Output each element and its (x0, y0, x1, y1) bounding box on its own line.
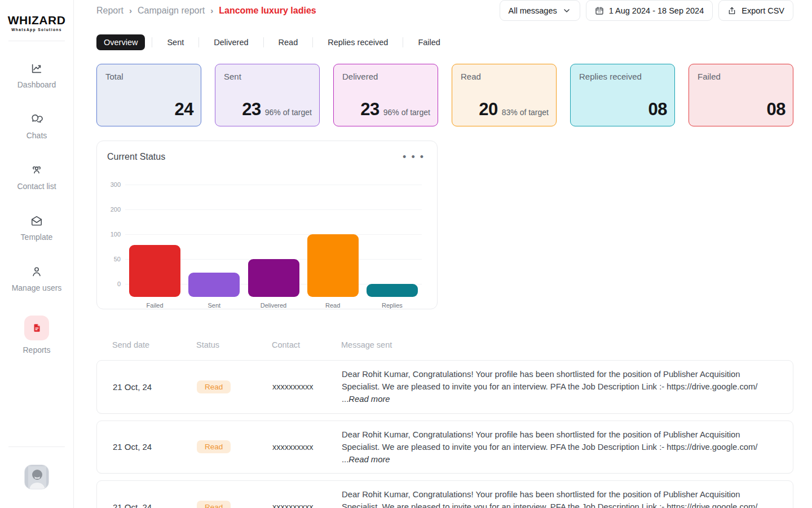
stat-card-read: Read 20 83% of target (452, 64, 557, 126)
breadcrumb-report[interactable]: Report (96, 6, 123, 16)
read-more-link[interactable]: Read more (348, 395, 390, 404)
stat-card-value: 20 (479, 99, 497, 120)
stat-cards: Total 24 Sent 23 96% of target Delivered… (96, 64, 793, 126)
chart-header: Current Status • • • (97, 141, 437, 162)
tab-failed[interactable]: Failed (410, 34, 448, 50)
topbar-controls: All messages 1 Aug 2024 - 18 Sep 2024 Ex… (500, 0, 794, 21)
tab-separator (312, 37, 313, 47)
sidebar-item-chats[interactable]: Chats (27, 112, 47, 140)
stat-card-failed: Failed 08 (689, 64, 793, 126)
stat-card-label: Failed (698, 72, 785, 81)
breadcrumb-campaign-report[interactable]: Campaign report (138, 6, 205, 16)
report-doc-icon (30, 321, 43, 335)
main-content: Report › Campaign report › Lancome luxur… (74, 0, 812, 508)
table-row[interactable]: 21 Oct, 24 Read xxxxxxxxxx Dear Rohit Ku… (96, 480, 793, 508)
status-badge: Read (197, 501, 231, 508)
read-more-link[interactable]: Read more (348, 455, 390, 464)
sidebar: WHIZARD WhatsApp Solutions Dashboard Cha… (0, 0, 74, 508)
more-options-icon[interactable]: • • • (401, 152, 426, 162)
stat-card-subtext: 83% of target (502, 108, 549, 117)
sidebar-item-template[interactable]: Template (21, 214, 53, 242)
message-filter-dropdown[interactable]: All messages (500, 0, 580, 21)
current-status-chart-card: Current Status • • • 300200100500 Failed… (96, 141, 438, 309)
date-range-picker[interactable]: 1 Aug 2024 - 18 Sep 2024 (586, 0, 713, 21)
chart-plot-area: 300200100500 FailedSentDeliveredReadRepl… (125, 174, 422, 309)
export-share-icon (727, 6, 736, 15)
tab-sent[interactable]: Sent (159, 34, 192, 50)
table-rows: 21 Oct, 24 Read xxxxxxxxxx Dear Rohit Ku… (96, 360, 793, 508)
stat-card-value: 23 (360, 99, 379, 120)
table-header-row: Send dateStatusContactMessage sent (96, 339, 793, 351)
bar-sent (188, 273, 240, 297)
stat-card-sent: Sent 23 96% of target (215, 64, 320, 126)
status-badge: Read (197, 380, 231, 393)
export-csv-label: Export CSV (742, 6, 784, 15)
stat-card-value: 08 (648, 99, 667, 120)
cell-message: Dear Rohit Kumar, Congratulations! Your … (342, 368, 777, 406)
brand-subtitle: WhatsApp Solutions (8, 28, 66, 32)
y-axis-tick-label: 300 (102, 181, 121, 188)
tab-replies-received[interactable]: Replies received (320, 34, 396, 50)
stat-card-replies-received: Replies received 08 (570, 64, 675, 126)
breadcrumb: Report › Campaign report › Lancome luxur… (96, 6, 316, 16)
stat-card-total: Total 24 (96, 64, 201, 126)
sidebar-item-label: Chats (27, 131, 47, 140)
tab-read[interactable]: Read (271, 34, 306, 50)
x-axis-label: Sent (184, 302, 244, 309)
sidebar-item-contact-list[interactable]: Contact list (17, 163, 56, 191)
sidebar-item-label: Reports (23, 345, 50, 354)
messages-table: Send dateStatusContactMessage sent 21 Oc… (96, 339, 793, 508)
column-header-contact: Contact (272, 340, 341, 349)
column-header-status: Status (196, 340, 272, 349)
sidebar-item-dashboard[interactable]: Dashboard (17, 62, 56, 89)
sidebar-item-label: Template (21, 233, 53, 242)
stat-card-label: Sent (224, 72, 312, 81)
avatar-photo-icon (25, 465, 49, 489)
user-icon (30, 265, 43, 278)
cell-send-date: 21 Oct, 24 (113, 382, 197, 392)
stat-card-label: Read (461, 72, 549, 81)
chats-icon (30, 112, 43, 126)
chart-line-icon (30, 62, 43, 75)
brand-logo: WHIZARD WhatsApp Solutions (8, 14, 66, 32)
column-header-message-sent: Message sent (341, 340, 778, 349)
column-header-send-date: Send date (112, 340, 196, 349)
contact-list-icon (30, 163, 43, 177)
bar-replies (367, 284, 418, 297)
bar-read (307, 234, 359, 297)
stat-card-value: 08 (767, 99, 785, 120)
x-axis-label: Read (303, 302, 363, 309)
table-row[interactable]: 21 Oct, 24 Read xxxxxxxxxx Dear Rohit Ku… (96, 421, 793, 474)
chart-bars (125, 174, 422, 297)
message-filter-label: All messages (509, 6, 557, 15)
date-range-label: 1 Aug 2024 - 18 Sep 2024 (609, 6, 704, 15)
y-axis-tick-label: 100 (102, 231, 121, 238)
y-axis-tick-label: 50 (102, 256, 121, 262)
breadcrumb-current-campaign: Lancome luxury ladies (219, 6, 316, 16)
tab-delivered[interactable]: Delivered (206, 34, 256, 50)
topbar: Report › Campaign report › Lancome luxur… (96, 0, 793, 21)
tab-overview[interactable]: Overview (96, 34, 145, 50)
stat-card-label: Total (105, 72, 193, 81)
sidebar-nav: Dashboard Chats Contact list Template Ma… (12, 62, 62, 354)
sidebar-item-label: Dashboard (17, 80, 56, 89)
export-csv-button[interactable]: Export CSV (718, 0, 793, 21)
envelope-open-icon (30, 214, 43, 227)
breadcrumb-chevron-icon: › (129, 6, 132, 15)
brand-title: WHIZARD (8, 14, 66, 26)
breadcrumb-chevron-icon: › (210, 6, 213, 15)
stat-card-subtext: 96% of target (383, 108, 430, 117)
cell-send-date: 21 Oct, 24 (113, 502, 197, 508)
tab-separator (152, 37, 152, 47)
sidebar-item-reports[interactable]: Reports (23, 316, 50, 354)
cell-message: Dear Rohit Kumar, Congratulations! Your … (342, 428, 777, 466)
chart-plot: 300200100500 (125, 174, 422, 297)
stat-card-label: Replies received (579, 72, 667, 81)
stat-card-subtext: 96% of target (265, 108, 312, 117)
stat-card-label: Delivered (342, 72, 430, 81)
table-row[interactable]: 21 Oct, 24 Read xxxxxxxxxx Dear Rohit Ku… (96, 360, 793, 414)
user-avatar[interactable] (24, 465, 49, 489)
app-root: WHIZARD WhatsApp Solutions Dashboard Cha… (0, 0, 812, 508)
stat-card-value: 23 (242, 99, 261, 120)
sidebar-item-manage-users[interactable]: Manage users (12, 265, 62, 292)
